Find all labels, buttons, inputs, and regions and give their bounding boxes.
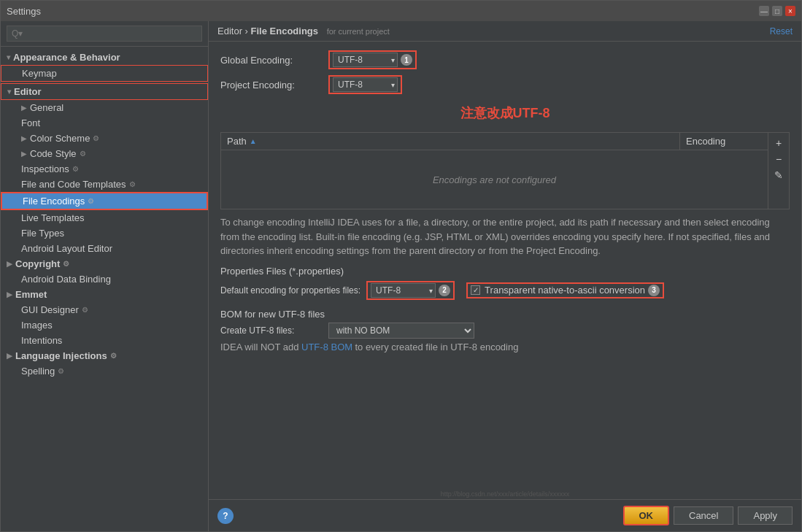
search-input[interactable]: [7, 26, 202, 42]
sidebar-item-label: Font: [21, 117, 40, 128]
sidebar-item-file-types[interactable]: File Types: [1, 225, 208, 241]
minimize-button[interactable]: —: [759, 6, 769, 16]
sidebar-item-android-data-binding[interactable]: Android Data Binding: [1, 271, 208, 287]
settings-icon: ⚙: [82, 306, 93, 315]
default-encoding-select[interactable]: UTF-8 ISO-8859-1 GBK: [371, 283, 436, 298]
breadcrumb: Editor › File Encodings for current proj…: [217, 26, 390, 36]
titlebar-title: Settings: [7, 6, 41, 17]
sidebar-item-appearance[interactable]: ▾ Appearance & Behavior: [1, 50, 208, 65]
encoding-col-header: Encoding: [680, 133, 768, 150]
edit-row-button[interactable]: ✎: [771, 168, 786, 182]
sidebar-item-gui-designer[interactable]: GUI Designer ⚙: [1, 302, 208, 317]
settings-icon: ⚙: [58, 367, 69, 376]
right-panel: Editor › File Encodings for current proj…: [209, 21, 801, 531]
search-bar[interactable]: [1, 21, 208, 47]
sidebar-item-label: Emmet: [15, 289, 47, 300]
desc-content: To change encoding IntelliJ IDEA uses fo…: [220, 217, 770, 256]
bom-note-prefix: IDEA will NOT add: [220, 342, 301, 352]
cancel-button[interactable]: Cancel: [674, 506, 733, 525]
sidebar-item-copyright[interactable]: ▶ Copyright ⚙: [1, 256, 208, 271]
apply-button[interactable]: Apply: [738, 506, 793, 525]
sidebar-item-file-code-templates[interactable]: File and Code Templates ⚙: [1, 177, 208, 192]
project-encoding-select-wrapper[interactable]: UTF-8 ISO-8859-1 GBK: [333, 77, 398, 92]
transparent-checkbox[interactable]: [471, 285, 480, 295]
global-encoding-row: Global Encoding: UTF-8 ISO-8859-1 GBK 1: [220, 50, 790, 69]
table-header: Path ▲ Encoding: [221, 133, 768, 150]
close-button[interactable]: ×: [785, 6, 795, 16]
path-col-header: Path ▲: [221, 133, 680, 150]
remove-row-button[interactable]: −: [771, 152, 786, 166]
arrow-icon: ▶: [7, 352, 12, 360]
sidebar-item-language-injections[interactable]: ▶ Language Injections ⚙: [1, 348, 208, 363]
titlebar-controls: — □ ×: [759, 6, 795, 16]
arrow-icon: ▾: [7, 88, 11, 96]
default-encoding-box: UTF-8 ISO-8859-1 GBK 2: [366, 281, 455, 300]
empty-text: Encodings are not configured: [433, 174, 556, 185]
bom-note-suffix: to every created file in UTF-8 encoding: [355, 342, 518, 352]
global-encoding-select-wrapper[interactable]: UTF-8 ISO-8859-1 GBK: [333, 53, 398, 67]
arrow-icon: ▶: [21, 150, 27, 158]
settings-icon: ⚙: [93, 134, 104, 143]
sidebar-item-spelling[interactable]: Spelling ⚙: [1, 363, 208, 379]
button-bar: ? OK Cancel Apply: [209, 499, 801, 531]
transparent-label: Transparent native-to-ascii conversion: [485, 285, 645, 296]
sidebar-item-android-layout[interactable]: Android Layout Editor: [1, 241, 208, 256]
sidebar-item-label: Spelling: [21, 366, 55, 377]
bom-section: BOM for new UTF-8 files: [220, 309, 790, 320]
panel-header: Editor › File Encodings for current proj…: [209, 21, 801, 42]
default-encoding-select-wrapper[interactable]: UTF-8 ISO-8859-1 GBK: [371, 283, 436, 298]
sidebar-item-general[interactable]: ▶ General: [1, 100, 208, 115]
sidebar-item-label: Keymap: [22, 68, 57, 79]
path-col-label: Path: [227, 136, 247, 147]
create-utf8-select[interactable]: with NO BOM with BOM: [328, 323, 474, 339]
create-utf8-row: Create UTF-8 files: with NO BOM with BOM: [220, 323, 790, 339]
settings-window: Settings — □ × ▾ Appearance & Behavior K…: [0, 0, 802, 532]
sidebar-item-keymap[interactable]: Keymap: [1, 65, 208, 82]
global-encoding-select[interactable]: UTF-8 ISO-8859-1 GBK: [333, 53, 398, 67]
sidebar-item-file-encodings[interactable]: File Encodings ⚙: [1, 192, 208, 210]
settings-icon: ⚙: [110, 352, 122, 361]
ok-button[interactable]: OK: [623, 506, 670, 525]
sidebar-item-intentions[interactable]: Intentions: [1, 333, 208, 348]
sidebar-item-label: Android Layout Editor: [21, 243, 112, 254]
sidebar-item-label: Copyright: [15, 258, 60, 269]
sidebar-item-label: Live Templates: [21, 212, 84, 223]
sidebar-item-editor[interactable]: ▾ Editor: [1, 83, 208, 100]
settings-icon: ⚙: [63, 260, 74, 269]
sidebar-item-label: File and Code Templates: [21, 179, 126, 190]
encoding-col-label: Encoding: [686, 136, 725, 147]
transparent-box: Transparent native-to-ascii conversion 3: [466, 282, 664, 298]
arrow-icon: ▶: [7, 260, 12, 268]
breadcrumb-current: File Encodings: [251, 26, 318, 36]
annotation-1: 1: [401, 54, 412, 66]
add-row-button[interactable]: +: [771, 136, 786, 150]
sidebar-item-label: Language Injections: [15, 350, 107, 361]
help-button[interactable]: ?: [217, 508, 234, 524]
transparent-checkbox-label[interactable]: Transparent native-to-ascii conversion: [471, 285, 645, 296]
sidebar-item-images[interactable]: Images: [1, 317, 208, 333]
settings-icon: ⚙: [72, 165, 84, 174]
annotation-2: 2: [439, 285, 450, 296]
sidebar: ▾ Appearance & Behavior Keymap ▾ Editor …: [1, 21, 209, 531]
breadcrumb-prefix: Editor: [217, 26, 242, 36]
sidebar-item-label: Code Style: [30, 148, 77, 159]
sidebar-item-code-style[interactable]: ▶ Code Style ⚙: [1, 146, 208, 161]
main-content: ▾ Appearance & Behavior Keymap ▾ Editor …: [1, 21, 801, 531]
sidebar-item-emmet[interactable]: ▶ Emmet: [1, 287, 208, 302]
project-encoding-select[interactable]: UTF-8 ISO-8859-1 GBK: [333, 77, 398, 92]
sidebar-item-color-scheme[interactable]: ▶ Color Scheme ⚙: [1, 131, 208, 146]
description-text: To change encoding IntelliJ IDEA uses fo…: [220, 215, 790, 258]
maximize-button[interactable]: □: [772, 6, 782, 16]
bom-note: IDEA will NOT add UTF-8 BOM to every cre…: [220, 342, 790, 352]
bom-section-title: BOM for new UTF-8 files: [220, 309, 325, 320]
reset-link[interactable]: Reset: [770, 26, 793, 36]
default-encoding-row: Default encoding for properties files: U…: [220, 281, 790, 300]
breadcrumb-separator: ›: [245, 26, 251, 36]
sidebar-item-label: Images: [21, 320, 53, 331]
panel-body: Global Encoding: UTF-8 ISO-8859-1 GBK 1: [209, 42, 801, 489]
sidebar-item-live-templates[interactable]: Live Templates: [1, 210, 208, 225]
sidebar-item-inspections[interactable]: Inspections ⚙: [1, 161, 208, 177]
arrow-icon: ▶: [21, 134, 27, 142]
sidebar-item-font[interactable]: Font: [1, 115, 208, 131]
project-encoding-box: UTF-8 ISO-8859-1 GBK: [328, 75, 402, 94]
